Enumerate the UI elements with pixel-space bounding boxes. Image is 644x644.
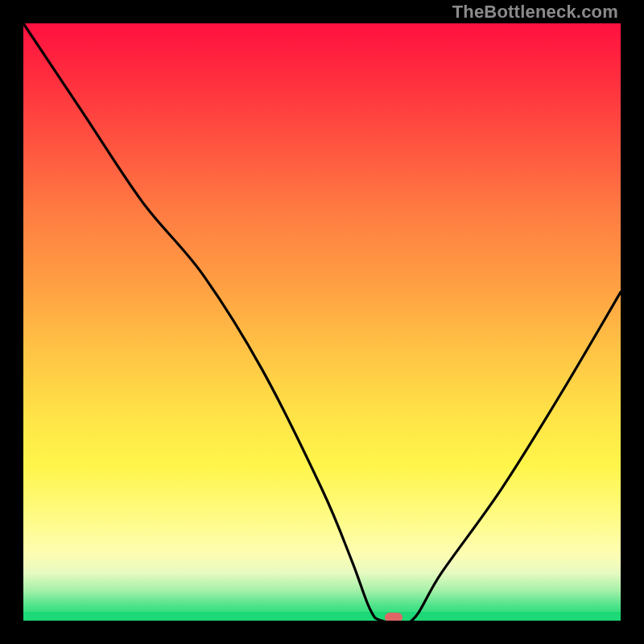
chart-frame: TheBottleneck.com xyxy=(0,0,644,644)
bottleneck-curve xyxy=(23,23,621,621)
minimum-marker xyxy=(385,613,402,621)
watermark-text: TheBottleneck.com xyxy=(452,2,618,23)
plot-area xyxy=(23,23,621,621)
